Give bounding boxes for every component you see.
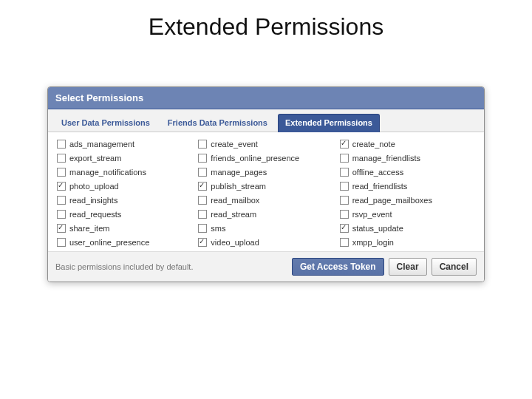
permission-label: read_requests xyxy=(69,210,121,219)
permission-checkbox-manage_friendlists[interactable] xyxy=(340,154,349,163)
permission-friends_online_presence[interactable]: friends_online_presence xyxy=(198,154,333,163)
permission-read_stream[interactable]: read_stream xyxy=(198,210,333,219)
permission-checkbox-read_requests[interactable] xyxy=(57,210,66,219)
permission-share_item[interactable]: share_item xyxy=(57,224,192,233)
tab-friends-data-permissions[interactable]: Friends Data Permissions xyxy=(160,114,275,132)
footer-note: Basic permissions included by default. xyxy=(55,262,287,271)
permission-sms[interactable]: sms xyxy=(198,224,333,233)
permission-checkbox-export_stream[interactable] xyxy=(57,154,66,163)
permission-checkbox-share_item[interactable] xyxy=(57,224,66,233)
permission-label: read_stream xyxy=(211,210,256,219)
permission-label: read_friendlists xyxy=(352,182,408,191)
permission-label: rsvp_event xyxy=(352,210,392,219)
permission-read_page_mailboxes[interactable]: read_page_mailboxes xyxy=(340,196,475,205)
permission-label: read_mailbox xyxy=(211,196,259,205)
dialog-footer: Basic permissions included by default. G… xyxy=(48,251,484,282)
dialog-header: Select Permissions xyxy=(48,87,484,109)
permission-export_stream[interactable]: export_stream xyxy=(57,154,192,163)
permission-label: publish_stream xyxy=(211,182,266,191)
permission-user_online_presence[interactable]: user_online_presence xyxy=(57,238,192,247)
permission-checkbox-offline_access[interactable] xyxy=(340,168,349,177)
permission-label: create_event xyxy=(211,140,258,149)
permission-label: offline_access xyxy=(352,168,404,177)
permission-video_upload[interactable]: video_upload xyxy=(198,238,333,247)
permission-checkbox-sms[interactable] xyxy=(198,224,207,233)
permission-publish_stream[interactable]: publish_stream xyxy=(198,182,333,191)
permission-manage_notifications[interactable]: manage_notifications xyxy=(57,168,192,177)
permission-label: manage_friendlists xyxy=(352,154,420,163)
slide-title: Extended Permissions xyxy=(0,13,532,41)
permission-checkbox-friends_online_presence[interactable] xyxy=(198,154,207,163)
tab-extended-permissions[interactable]: Extended Permissions xyxy=(278,114,380,132)
permission-label: ads_management xyxy=(69,140,134,149)
permission-checkbox-read_stream[interactable] xyxy=(198,210,207,219)
permission-checkbox-manage_pages[interactable] xyxy=(198,168,207,177)
permission-checkbox-create_note[interactable] xyxy=(340,140,349,149)
permission-read_mailbox[interactable]: read_mailbox xyxy=(198,196,333,205)
permission-label: export_stream xyxy=(69,154,121,163)
permission-label: video_upload xyxy=(211,238,259,247)
get-access-token-button[interactable]: Get Access Token xyxy=(292,258,384,276)
permission-offline_access[interactable]: offline_access xyxy=(340,168,475,177)
permission-checkbox-xmpp_login[interactable] xyxy=(340,238,349,247)
permission-checkbox-status_update[interactable] xyxy=(340,224,349,233)
permission-xmpp_login[interactable]: xmpp_login xyxy=(340,238,475,247)
permission-checkbox-read_mailbox[interactable] xyxy=(198,196,207,205)
permission-status_update[interactable]: status_update xyxy=(340,224,475,233)
permission-photo_upload[interactable]: photo_upload xyxy=(57,182,192,191)
permission-label: create_note xyxy=(352,140,395,149)
permission-checkbox-create_event[interactable] xyxy=(198,140,207,149)
permission-checkbox-photo_upload[interactable] xyxy=(57,182,66,191)
permission-label: share_item xyxy=(69,224,109,233)
permission-label: user_online_presence xyxy=(69,238,149,247)
permission-create_note[interactable]: create_note xyxy=(340,140,475,149)
permission-rsvp_event[interactable]: rsvp_event xyxy=(340,210,475,219)
permission-checkbox-manage_notifications[interactable] xyxy=(57,168,66,177)
permission-label: xmpp_login xyxy=(352,238,394,247)
permission-label: photo_upload xyxy=(69,182,119,191)
permission-read_friendlists[interactable]: read_friendlists xyxy=(340,182,475,191)
tabs-bar: User Data Permissions Friends Data Permi… xyxy=(48,109,484,132)
permission-checkbox-ads_management[interactable] xyxy=(57,140,66,149)
permission-read_requests[interactable]: read_requests xyxy=(57,210,192,219)
permission-checkbox-user_online_presence[interactable] xyxy=(57,238,66,247)
permission-create_event[interactable]: create_event xyxy=(198,140,333,149)
permission-label: friends_online_presence xyxy=(211,154,299,163)
permission-manage_pages[interactable]: manage_pages xyxy=(198,168,333,177)
cancel-button[interactable]: Cancel xyxy=(432,258,477,276)
clear-button[interactable]: Clear xyxy=(389,258,427,276)
permission-read_insights[interactable]: read_insights xyxy=(57,196,192,205)
tab-user-data-permissions[interactable]: User Data Permissions xyxy=(54,114,157,132)
permission-label: manage_notifications xyxy=(69,168,146,177)
permission-label: manage_pages xyxy=(211,168,267,177)
permission-checkbox-publish_stream[interactable] xyxy=(198,182,207,191)
permission-checkbox-read_insights[interactable] xyxy=(57,196,66,205)
permission-checkbox-rsvp_event[interactable] xyxy=(340,210,349,219)
permissions-body: ads_managementcreate_eventcreate_noteexp… xyxy=(48,132,484,251)
permission-checkbox-read_page_mailboxes[interactable] xyxy=(340,196,349,205)
permission-manage_friendlists[interactable]: manage_friendlists xyxy=(340,154,475,163)
permission-label: read_page_mailboxes xyxy=(352,196,432,205)
permissions-dialog: Select Permissions User Data Permissions… xyxy=(47,86,485,282)
permission-label: sms xyxy=(211,224,225,233)
permission-checkbox-video_upload[interactable] xyxy=(198,238,207,247)
permission-label: read_insights xyxy=(69,196,117,205)
permission-ads_management[interactable]: ads_management xyxy=(57,140,192,149)
permission-checkbox-read_friendlists[interactable] xyxy=(340,182,349,191)
permissions-grid: ads_managementcreate_eventcreate_noteexp… xyxy=(57,140,475,247)
permission-label: status_update xyxy=(352,224,403,233)
